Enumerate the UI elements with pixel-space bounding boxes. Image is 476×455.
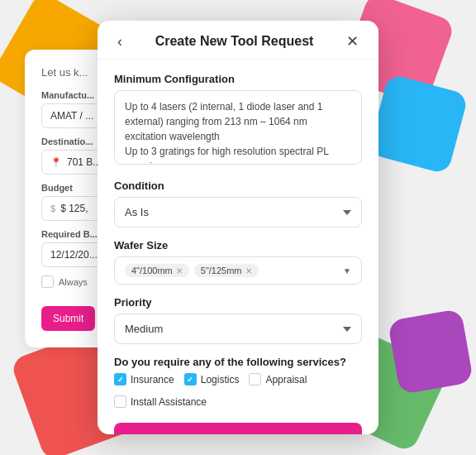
- logistics-label: Logistics: [201, 374, 240, 386]
- appraisal-label: Appraisal: [265, 374, 307, 386]
- wafer-tag-5inch-remove[interactable]: ✕: [245, 266, 252, 275]
- logistics-checkbox[interactable]: [184, 373, 197, 386]
- install-checkbox[interactable]: [114, 395, 126, 408]
- wafer-size-field[interactable]: 4"/100mm ✕ 5"/125mm ✕ ▼: [114, 256, 362, 285]
- priority-section: Priority Low Medium High: [114, 296, 362, 344]
- wafer-chevron-icon: ▼: [343, 266, 351, 275]
- minimum-config-textarea[interactable]: [114, 90, 362, 165]
- services-row: Insurance Logistics Appraisal Install As…: [114, 373, 362, 408]
- minimum-config-section: Minimum Configuration: [114, 73, 362, 168]
- minimum-config-label: Minimum Configuration: [114, 73, 362, 85]
- condition-label: Condition: [114, 180, 362, 192]
- insurance-checkbox[interactable]: [114, 373, 126, 386]
- install-label: Install Assistance: [131, 396, 207, 408]
- modal-overlay: ‹ Create New Tool Request ✕ Minimum Conf…: [0, 0, 476, 455]
- service-install[interactable]: Install Assistance: [114, 395, 207, 408]
- wafer-tag-4inch-remove[interactable]: ✕: [176, 266, 183, 275]
- wafer-size-label: Wafer Size: [114, 239, 362, 251]
- modal-dialog: ‹ Create New Tool Request ✕ Minimum Conf…: [98, 21, 378, 434]
- submit-button[interactable]: SUBMIT: [114, 423, 362, 434]
- wafer-tag-4inch[interactable]: 4"/100mm ✕: [125, 264, 189, 277]
- services-label: Do you require any of the following serv…: [114, 356, 362, 368]
- service-insurance[interactable]: Insurance: [114, 373, 174, 386]
- services-section: Do you require any of the following serv…: [114, 356, 362, 408]
- modal-title: Create New Tool Request: [126, 34, 343, 49]
- wafer-size-section: Wafer Size 4"/100mm ✕ 5"/125mm ✕ ▼: [114, 239, 362, 285]
- insurance-label: Insurance: [131, 374, 174, 386]
- appraisal-checkbox[interactable]: [249, 373, 261, 386]
- modal-close-button[interactable]: ✕: [343, 34, 362, 49]
- wafer-tag-5inch[interactable]: 5"/125mm ✕: [194, 264, 259, 277]
- condition-select[interactable]: As Is Refurbished New: [114, 197, 362, 228]
- modal-header: ‹ Create New Tool Request ✕: [98, 21, 378, 60]
- priority-select[interactable]: Low Medium High: [114, 314, 362, 344]
- condition-section: Condition As Is Refurbished New: [114, 180, 362, 228]
- service-logistics[interactable]: Logistics: [184, 373, 240, 386]
- modal-body: Minimum Configuration Condition As Is Re…: [98, 60, 378, 434]
- priority-label: Priority: [114, 296, 362, 309]
- modal-back-button[interactable]: ‹: [114, 34, 126, 49]
- service-appraisal[interactable]: Appraisal: [249, 373, 307, 386]
